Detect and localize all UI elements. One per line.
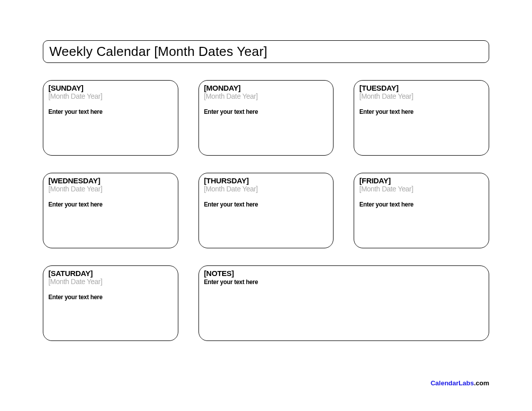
footer-credit[interactable]: CalendarLabs.com bbox=[431, 379, 489, 387]
day-name: [FRIDAY] bbox=[359, 176, 484, 185]
notes-text-placeholder[interactable]: Enter your text here bbox=[204, 279, 484, 286]
day-date: [Month Date Year] bbox=[48, 185, 173, 193]
day-cell-tuesday[interactable]: [TUESDAY] [Month Date Year] Enter your t… bbox=[354, 80, 489, 156]
day-cell-thursday[interactable]: [THURSDAY] [Month Date Year] Enter your … bbox=[198, 173, 334, 248]
day-date: [Month Date Year] bbox=[48, 92, 173, 100]
footer-brand: CalendarLabs bbox=[431, 379, 474, 387]
day-name: [TUESDAY] bbox=[359, 84, 484, 92]
day-cell-sunday[interactable]: [SUNDAY] [Month Date Year] Enter your te… bbox=[43, 80, 178, 156]
day-name: [MONDAY] bbox=[204, 84, 328, 92]
day-date: [Month Date Year] bbox=[359, 92, 484, 100]
day-date: [Month Date Year] bbox=[359, 185, 484, 193]
day-name: [SATURDAY] bbox=[48, 269, 173, 278]
day-date: [Month Date Year] bbox=[204, 92, 328, 100]
day-text-placeholder[interactable]: Enter your text here bbox=[359, 201, 484, 208]
day-name: [SUNDAY] bbox=[48, 84, 173, 92]
footer-suffix: .com bbox=[474, 379, 489, 387]
notes-title: [NOTES] bbox=[204, 269, 484, 278]
day-text-placeholder[interactable]: Enter your text here bbox=[48, 108, 173, 115]
day-text-placeholder[interactable]: Enter your text here bbox=[204, 108, 328, 115]
day-text-placeholder[interactable]: Enter your text here bbox=[48, 201, 173, 208]
day-text-placeholder[interactable]: Enter your text here bbox=[359, 108, 484, 115]
day-name: [THURSDAY] bbox=[204, 176, 328, 185]
day-cell-friday[interactable]: [FRIDAY] [Month Date Year] Enter your te… bbox=[354, 173, 489, 248]
day-name: [WEDNESDAY] bbox=[48, 176, 173, 185]
page-title: Weekly Calendar [Month Dates Year] bbox=[49, 44, 483, 59]
notes-cell[interactable]: [NOTES] Enter your text here bbox=[198, 265, 489, 341]
calendar-header: Weekly Calendar [Month Dates Year] bbox=[43, 40, 489, 63]
day-date: [Month Date Year] bbox=[204, 185, 328, 193]
day-text-placeholder[interactable]: Enter your text here bbox=[48, 294, 173, 301]
day-date: [Month Date Year] bbox=[48, 278, 173, 286]
week-grid: [SUNDAY] [Month Date Year] Enter your te… bbox=[43, 80, 489, 341]
day-text-placeholder[interactable]: Enter your text here bbox=[204, 201, 328, 208]
day-cell-wednesday[interactable]: [WEDNESDAY] [Month Date Year] Enter your… bbox=[43, 173, 178, 248]
day-cell-monday[interactable]: [MONDAY] [Month Date Year] Enter your te… bbox=[198, 80, 334, 156]
day-cell-saturday[interactable]: [SATURDAY] [Month Date Year] Enter your … bbox=[43, 265, 178, 341]
